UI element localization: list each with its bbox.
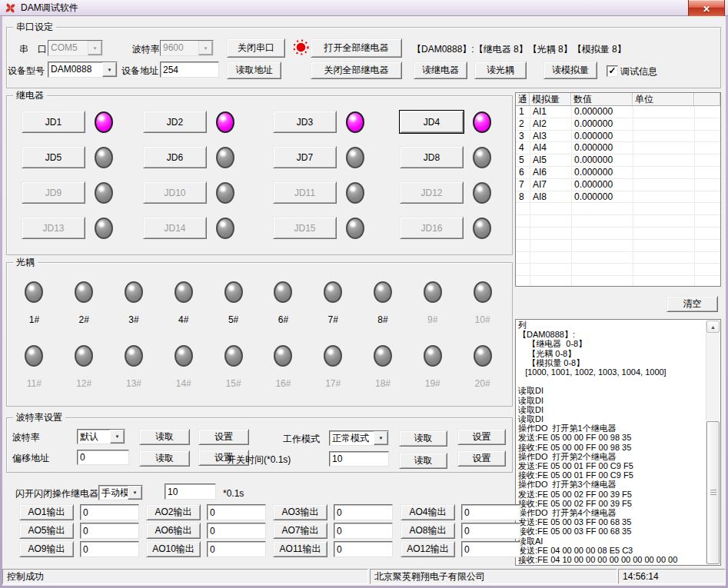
- open-all-relays-button[interactable]: 打开全部继电器: [311, 38, 402, 58]
- relay-button[interactable]: JD10: [143, 181, 207, 204]
- chevron-down-icon[interactable]: ▼: [374, 431, 388, 445]
- ao-output-button[interactable]: AO9输出: [19, 541, 74, 557]
- relay-button[interactable]: JD2: [143, 111, 207, 133]
- table-row[interactable]: 3 AI3 0.000000: [516, 131, 720, 143]
- relay-button[interactable]: JD6: [143, 146, 207, 168]
- column-header-channel[interactable]: 通: [516, 93, 530, 106]
- ao-output-button[interactable]: AO3输出: [273, 504, 327, 520]
- scroll-up-button[interactable]: ▲: [706, 321, 720, 333]
- relay-button[interactable]: JD16: [400, 217, 464, 239]
- read-relay-button[interactable]: 读继电器: [414, 61, 467, 79]
- ao-output-button[interactable]: AO4输出: [401, 504, 455, 520]
- opto-cell: 12#: [59, 345, 109, 389]
- relay-indicator-led: [346, 111, 364, 133]
- debug-info-checkbox[interactable]: ✓: [607, 65, 618, 77]
- relay-button[interactable]: JD11: [273, 181, 337, 204]
- relay-button[interactable]: JD9: [22, 181, 85, 204]
- table-row[interactable]: 8 AI8 0.000000: [516, 191, 720, 204]
- scrollbar-thumb[interactable]: [706, 421, 720, 564]
- device-model-value: DAM0888: [48, 62, 102, 77]
- table-row[interactable]: 4 AI4 0.000000: [516, 142, 720, 154]
- ao-output-input[interactable]: [80, 541, 139, 557]
- opto-indicator-led: [274, 281, 292, 303]
- log-scrollbar[interactable]: ▲: [706, 321, 720, 564]
- relay-button[interactable]: JD5: [22, 146, 85, 168]
- ao-output-button[interactable]: AO8输出: [401, 523, 455, 539]
- work-mode-select[interactable]: 正常模式 ▼: [329, 430, 389, 446]
- read-address-button[interactable]: 读取地址: [227, 61, 281, 79]
- work-mode-set-button[interactable]: 设置: [457, 429, 506, 445]
- ao-output-input[interactable]: [207, 523, 266, 539]
- relay-button[interactable]: JD3: [273, 111, 337, 133]
- ao-output-input[interactable]: [80, 504, 139, 520]
- relay-button[interactable]: JD13: [22, 217, 85, 239]
- relay-cell: JD11: [273, 181, 400, 204]
- chevron-down-icon[interactable]: ▼: [110, 430, 125, 443]
- offset-address-input[interactable]: [77, 450, 129, 465]
- column-header-unit[interactable]: 单位: [633, 93, 694, 106]
- clear-log-button[interactable]: 清空: [667, 296, 718, 312]
- table-row[interactable]: 2 AI2 0.000000: [516, 118, 720, 131]
- device-address-input[interactable]: [160, 61, 219, 78]
- table-row[interactable]: 5 AI5 0.000000: [516, 154, 720, 167]
- baud-set-button[interactable]: 设置: [198, 429, 249, 445]
- ao-output-button[interactable]: AO2输出: [146, 504, 201, 520]
- ao-output-button[interactable]: AO12输出: [401, 541, 455, 557]
- ao-output-input[interactable]: [334, 541, 393, 557]
- table-row[interactable]: 1 AI1 0.000000: [516, 106, 720, 118]
- cell-channel: 7: [516, 179, 530, 191]
- ao-output-button[interactable]: AO11输出: [273, 541, 327, 557]
- relay-button[interactable]: JD7: [273, 146, 337, 168]
- column-header-extra[interactable]: [694, 93, 720, 106]
- relay-cell: JD10: [143, 181, 273, 204]
- ao-output-input[interactable]: [334, 523, 393, 539]
- relay-button[interactable]: JD12: [400, 181, 464, 204]
- ao-output-button[interactable]: AO1输出: [19, 504, 74, 520]
- relay-button[interactable]: JD14: [143, 217, 207, 239]
- flash-mode-select[interactable]: 手动模式 ▼: [98, 485, 143, 500]
- flash-time-input[interactable]: [165, 483, 216, 500]
- status-bar: 控制成功 北京聚英翱翔电子有限公司 14:56:14: [2, 567, 726, 586]
- ao-output-button[interactable]: AO7输出: [273, 523, 327, 539]
- table-row[interactable]: 7 AI7 0.000000: [516, 179, 720, 191]
- relay-button[interactable]: JD8: [400, 146, 464, 168]
- triangle-up-icon: ▲: [710, 324, 716, 330]
- relay-button[interactable]: JD1: [22, 111, 85, 133]
- ao-output-input[interactable]: [207, 504, 266, 520]
- ao-output-input[interactable]: [461, 523, 520, 539]
- switch-time-read-button[interactable]: 读取: [399, 453, 447, 469]
- ao-output-input[interactable]: [334, 504, 393, 520]
- baud-default-select[interactable]: 默认 ▼: [77, 429, 125, 444]
- baudrate-select[interactable]: 9600 ▼: [160, 40, 214, 56]
- ao-output-button[interactable]: AO5输出: [19, 523, 74, 539]
- table-row[interactable]: 6 AI6 0.000000: [516, 167, 720, 179]
- read-analog-button[interactable]: 读模拟量: [544, 61, 597, 79]
- log-text[interactable]: 列 【DAM0888】: 【继电器 0-8】 【光耦 0-8】 【模拟量 0-8…: [518, 321, 706, 564]
- switch-time-input[interactable]: [329, 451, 389, 467]
- ao-output-input[interactable]: [461, 541, 520, 557]
- chevron-down-icon[interactable]: ▼: [198, 41, 213, 55]
- work-mode-read-button[interactable]: 读取: [399, 430, 447, 447]
- column-header-value[interactable]: 数值: [571, 93, 633, 106]
- chevron-down-icon[interactable]: ▼: [128, 486, 142, 500]
- chevron-down-icon[interactable]: ▼: [88, 41, 102, 55]
- relay-button[interactable]: JD4: [400, 111, 464, 133]
- ao-output-input[interactable]: [461, 504, 520, 520]
- baud-read-button[interactable]: 读取: [139, 429, 190, 445]
- port-select[interactable]: COM5 ▼: [48, 40, 103, 56]
- ao-output-input[interactable]: [207, 541, 266, 557]
- chevron-down-icon[interactable]: ▼: [102, 62, 117, 77]
- read-opto-button[interactable]: 读光耦: [474, 61, 527, 79]
- close-all-relays-button[interactable]: 关闭全部继电器: [311, 61, 402, 79]
- serial-settings-group-label: 串口设定: [13, 22, 56, 33]
- ao-output-button[interactable]: AO10输出: [146, 541, 201, 557]
- relay-button[interactable]: JD15: [273, 217, 337, 239]
- ao-output-button[interactable]: AO6输出: [146, 523, 201, 539]
- close-serial-button[interactable]: 关闭串口: [227, 38, 285, 58]
- ao-output-input[interactable]: [80, 523, 139, 539]
- relay-cell: JD15: [273, 217, 400, 239]
- switch-time-set-button[interactable]: 设置: [457, 450, 506, 467]
- device-model-select[interactable]: DAM0888 ▼: [48, 61, 118, 78]
- column-header-analog[interactable]: 模拟量: [530, 93, 571, 106]
- offset-read-button[interactable]: 读取: [139, 450, 190, 467]
